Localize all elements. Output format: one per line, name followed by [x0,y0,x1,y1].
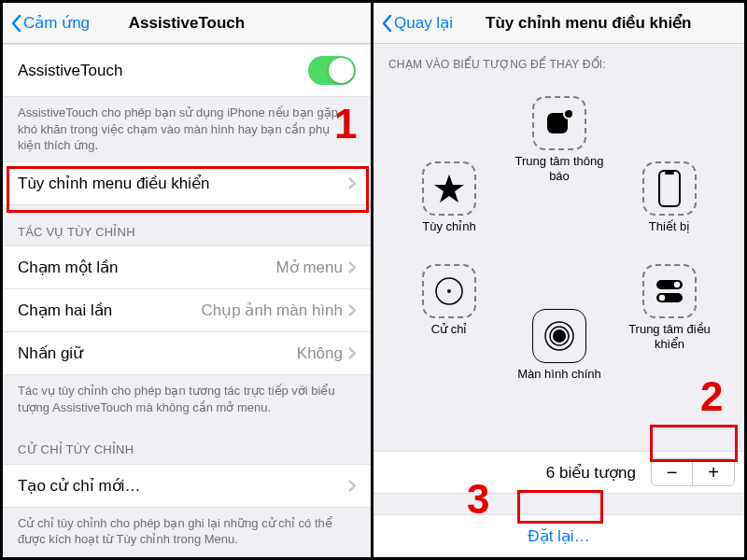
back-label: Cảm ứng [23,13,90,33]
icon-count-text: 6 biểu tượng [374,463,651,483]
desc-gestures: Cử chỉ tùy chỉnh cho phép bạn ghi lại nh… [3,508,371,555]
back-label-right: Quay lại [394,13,453,33]
left-panel: Cảm ứng AssistiveTouch AssistiveTouch As… [3,3,374,557]
stepper-plus-button[interactable]: + [693,459,734,485]
stepper-minus-button[interactable]: − [652,459,693,485]
annotation-number-2: 2 [700,373,723,420]
section-custom-actions: TÁC VỤ TÙY CHỈNH [3,205,371,246]
chevron-left-icon [10,14,21,33]
back-button-right[interactable]: Quay lại [381,13,453,33]
icon-gestures[interactable] [422,264,476,318]
double-tap-label: Chạm hai lần [18,301,112,320]
icon-home[interactable] [532,309,586,363]
label-device: Thiết bị [618,219,721,234]
svg-point-7 [674,282,680,287]
single-tap-value: Mở menu [276,258,343,277]
control-center-icon [653,277,686,305]
assistivetouch-toggle-row[interactable]: AssistiveTouch [3,44,371,97]
customize-menu-label: Tùy chỉnh menu điều khiển [18,174,210,193]
reset-link: Đặt lại… [528,526,589,546]
label-control-center: Trung tâm điều khiển [618,322,721,351]
label-custom: Tùy chỉnh [398,219,500,234]
single-tap-label: Chạm một lần [18,258,118,277]
create-gesture-label: Tạo cử chỉ mới… [18,476,140,496]
reset-row[interactable]: Đặt lại… [374,514,744,557]
long-press-value: Không [297,344,343,363]
icon-custom[interactable] [422,161,476,216]
back-button-left[interactable]: Cảm ứng [10,13,90,33]
icon-grid: Trung tâm thông báo Tùy chỉnh Thiết bị [374,77,744,451]
chevron-right-icon [348,480,356,492]
double-tap-row[interactable]: Chạm hai lần Chụp ảnh màn hình [3,289,371,332]
nav-bar-left: Cảm ứng AssistiveTouch [3,3,371,44]
right-panel: Quay lại Tùy chỉnh menu điều khiển CHẠM … [374,3,744,557]
annotation-number-3: 3 [467,476,489,523]
chevron-left-icon [381,14,392,33]
toggle-switch[interactable] [308,56,356,85]
nav-bar-right: Quay lại Tùy chỉnh menu điều khiển [374,3,744,44]
icon-notification-center[interactable] [532,96,586,150]
svg-rect-3 [665,172,674,175]
icon-count-row: 6 biểu tượng − + [374,451,744,494]
create-gesture-row[interactable]: Tạo cử chỉ mới… [3,464,371,508]
svg-point-1 [564,109,573,119]
label-home: Màn hình chính [508,367,611,382]
star-icon [433,173,465,204]
notification-icon [543,106,576,140]
section-custom-gestures: CỬ CHỈ TÙY CHỈNH [3,423,371,464]
icon-control-center[interactable] [642,264,697,318]
chevron-right-icon [348,261,356,273]
chevron-right-icon [348,304,356,316]
hint-tap-to-change: CHẠM VÀO BIỂU TƯỢNG ĐỂ THAY ĐỔI: [374,44,744,77]
icon-count-stepper: − + [651,458,735,486]
long-press-row[interactable]: Nhấn giữ Không [3,332,371,375]
icon-device[interactable] [642,161,697,216]
nav-title-right: Tùy chỉnh menu điều khiển [486,13,692,33]
toggle-label: AssistiveTouch [18,62,122,80]
label-gestures: Cử chỉ [398,322,500,337]
annotation-number-1: 1 [334,101,357,147]
svg-point-5 [447,289,451,293]
home-icon [543,319,576,353]
double-tap-value: Chụp ảnh màn hình [202,301,343,320]
svg-point-9 [659,295,665,301]
customize-menu-row[interactable]: Tùy chỉnh menu điều khiển [3,161,371,205]
nav-title-left: AssistiveTouch [129,14,245,33]
chevron-right-icon [348,347,356,359]
long-press-label: Nhấn giữ [18,343,83,363]
svg-point-12 [553,329,566,343]
desc-custom-actions: Tác vụ tùy chỉnh cho phép bạn tương tác … [3,375,371,423]
label-notification-center: Trung tâm thông báo [508,154,611,183]
desc-assistivetouch: AssistiveTouch cho phép bạn sử dụng iPho… [3,97,371,161]
gesture-icon [433,275,465,307]
svg-rect-2 [659,171,680,206]
chevron-right-icon [348,177,356,189]
device-icon [657,169,682,208]
single-tap-row[interactable]: Chạm một lần Mở menu [3,245,371,289]
